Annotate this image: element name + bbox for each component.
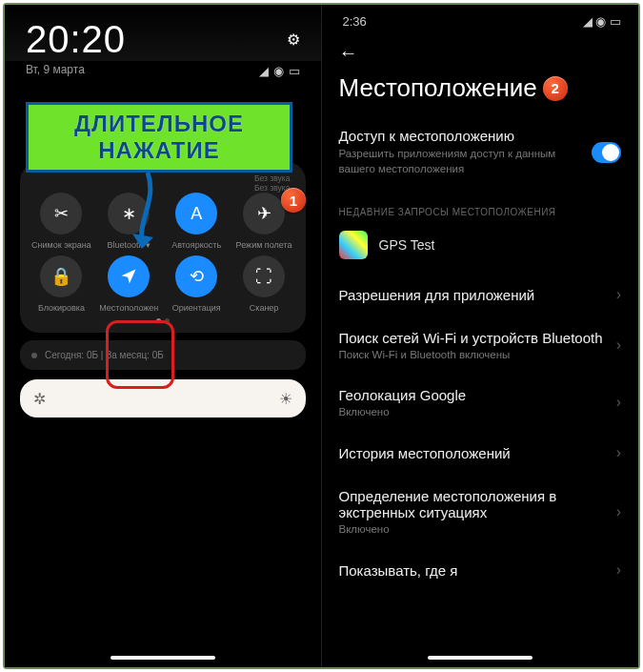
scissors-icon: ✂ xyxy=(40,193,82,234)
tile-auto-brightness[interactable]: A Автояркость xyxy=(164,193,229,250)
row-app-permissions[interactable]: Разрешения для приложений › xyxy=(322,273,639,316)
status-icons-left: ◢ ◉ ▭ xyxy=(259,64,300,78)
auto-brightness-icon: A xyxy=(175,193,217,234)
app-label: GPS Test xyxy=(379,237,435,253)
chevron-right-icon: › xyxy=(616,336,621,354)
step-badge-1: 1 xyxy=(281,188,306,213)
chevron-right-icon: › xyxy=(616,286,621,303)
sun-dim-icon: ✲ xyxy=(33,390,46,408)
gps-test-app-icon xyxy=(339,231,368,259)
clock: 20:20 xyxy=(26,18,126,61)
tile-lock[interactable]: 🔒 Блокировка xyxy=(29,255,93,313)
callout-line1: ДЛИТЕЛЬНОЕ xyxy=(74,111,244,137)
dot-icon xyxy=(31,353,37,358)
chevron-right-icon: › xyxy=(616,394,621,411)
recent-app-row[interactable]: GPS Test xyxy=(322,225,639,273)
step-badge-2: 2 xyxy=(543,76,568,101)
row-show-where-i-am[interactable]: Показывать, где я › xyxy=(322,548,639,592)
location-icon xyxy=(108,255,150,297)
arrow-icon xyxy=(129,171,167,256)
orientation-icon: ⟲ xyxy=(175,255,217,297)
clock-right: 2:36 xyxy=(343,14,367,29)
tile-scanner[interactable]: ⛶ Сканер xyxy=(231,255,296,313)
lock-icon: 🔒 xyxy=(40,255,82,297)
page-title: Местоположение 2 xyxy=(322,68,639,118)
status-bar-right: 2:36 ◢ ◉ ▭ xyxy=(322,5,639,34)
row-google-location[interactable]: Геолокация Google Включено › xyxy=(322,374,639,431)
chevron-right-icon: › xyxy=(616,561,621,579)
signal-icon: ◢ xyxy=(259,64,269,78)
row-emergency-location[interactable]: Определение местоположения в экстренных … xyxy=(322,475,639,548)
row-location-history[interactable]: История местоположений › xyxy=(322,431,639,475)
chevron-right-icon: › xyxy=(616,503,621,520)
location-access-toggle-row[interactable]: Доступ к местоположению Разрешить прилож… xyxy=(322,118,639,186)
back-button[interactable]: ← xyxy=(322,34,639,68)
access-sub: Разрешить приложениям доступ к данным ва… xyxy=(339,146,593,176)
tile-screenshot[interactable]: ✂ Снимок экрана xyxy=(29,193,93,250)
status-bar-left: 20:20 ⚙ xyxy=(5,5,321,61)
battery-icon: ▭ xyxy=(289,64,300,78)
highlight-location-tile xyxy=(106,320,174,389)
sun-bright-icon: ☀ xyxy=(279,390,292,408)
tiles-row-2: 🔒 Блокировка Местоположен ⟲ Ориентация ⛶… xyxy=(28,255,298,313)
airplane-icon: ✈ xyxy=(243,193,285,234)
scanner-icon: ⛶ xyxy=(243,255,285,297)
settings-gear-icon[interactable]: ⚙ xyxy=(287,31,300,49)
status-icons-right: ◢ ◉ ▭ xyxy=(583,14,621,29)
callout-line2: НАЖАТИЕ xyxy=(98,137,219,164)
section-recent-requests: НЕДАВНИЕ ЗАПРОСЫ МЕСТОПОЛОЖЕНИЯ xyxy=(322,186,639,225)
nav-handle[interactable] xyxy=(111,656,215,660)
tile-location[interactable]: Местоположен xyxy=(96,255,161,313)
tile-orientation[interactable]: ⟲ Ориентация xyxy=(164,255,229,313)
access-title: Доступ к местоположению xyxy=(339,128,593,144)
callout-long-press: ДЛИТЕЛЬНОЕ НАЖАТИЕ xyxy=(26,102,292,173)
phone-location-settings: 2:36 ◢ ◉ ▭ ← Местоположение 2 Доступ к м… xyxy=(322,5,639,667)
chevron-right-icon: › xyxy=(616,444,621,461)
nav-handle[interactable] xyxy=(428,656,532,660)
wifi-icon: ◉ xyxy=(273,64,284,78)
toggle-switch[interactable] xyxy=(592,142,621,163)
row-wifi-bt-scan[interactable]: Поиск сетей Wi-Fi и устройств Bluetooth … xyxy=(322,316,639,374)
title-text: Местоположение xyxy=(339,73,537,103)
phone-quick-settings: 20:20 ⚙ Вт, 9 марта ◢ ◉ ▭ ДЛИТЕЛЬНОЕ НАЖ… xyxy=(5,5,322,667)
